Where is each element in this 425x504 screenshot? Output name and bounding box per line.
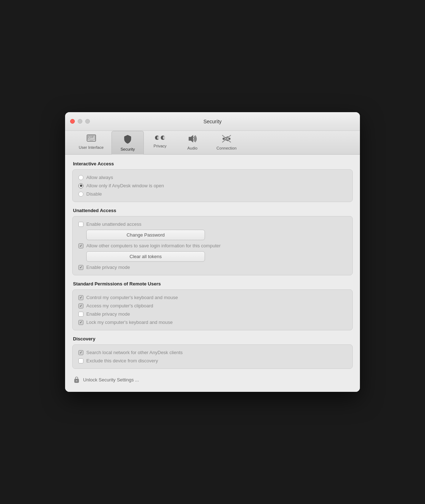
security-icon xyxy=(124,135,132,146)
checkbox-enable-unattended-label: Enable unattended access xyxy=(86,221,141,227)
tab-audio-label: Audio xyxy=(187,146,197,150)
unattended-access-section: Enable unattended access Change Password… xyxy=(72,216,353,275)
checkbox-exclude-discovery-label: Exclude this device from discovery xyxy=(86,358,158,363)
main-window: Security User Interface xyxy=(65,112,360,392)
checkbox-exclude-discovery-input[interactable] xyxy=(78,358,83,363)
checkbox-enable-privacy[interactable]: ✓ Enable privacy mode xyxy=(78,265,347,270)
svg-marker-11 xyxy=(189,135,193,142)
tab-security[interactable]: Security xyxy=(111,131,144,155)
clear-tokens-button[interactable]: Clear all tokens xyxy=(86,251,205,262)
unlock-label: Unlock Security Settings ... xyxy=(83,377,139,382)
checkbox-allow-save-login[interactable]: ✓ Allow other computers to save login in… xyxy=(78,243,347,248)
discovery-section: ✓ Search local network for other AnyDesk… xyxy=(72,344,353,369)
interactive-access-title: Interactive Access xyxy=(73,161,353,166)
checkbox-enable-unattended[interactable]: Enable unattended access xyxy=(78,221,347,227)
svg-rect-2 xyxy=(90,141,93,141)
radio-allow-if-open[interactable]: Allow only if AnyDesk window is open xyxy=(78,183,347,188)
toolbar: User Interface Security Privacy xyxy=(65,131,360,155)
svg-point-19 xyxy=(76,380,77,381)
connection-icon xyxy=(221,134,232,145)
checkbox-enable-privacy-mode[interactable]: Enable privacy mode xyxy=(78,311,347,317)
audio-icon xyxy=(187,134,197,145)
standard-permissions-title: Standard Permissions of Remote Users xyxy=(73,281,353,287)
lock-icon xyxy=(73,376,80,383)
window-controls xyxy=(70,119,90,124)
tab-privacy[interactable]: Privacy xyxy=(144,131,176,154)
checkbox-enable-privacy-mode-label: Enable privacy mode xyxy=(86,311,130,317)
checkbox-lock-keyboard-mouse[interactable]: ✓ Lock my computer's keyboard and mouse xyxy=(78,320,347,325)
radio-allow-always-label: Allow always xyxy=(86,175,113,180)
svg-rect-10 xyxy=(163,136,165,139)
tab-security-label: Security xyxy=(120,147,135,151)
checkbox-enable-privacy-label: Enable privacy mode xyxy=(86,265,130,270)
standard-permissions-section: ✓ Control my computer's keyboard and mou… xyxy=(72,289,353,330)
close-button[interactable] xyxy=(70,119,75,124)
checkbox-enable-unattended-input[interactable] xyxy=(78,222,83,227)
radio-disable-label: Disable xyxy=(86,191,102,197)
change-password-button[interactable]: Change Password xyxy=(86,230,205,240)
checkbox-allow-save-login-label: Allow other computers to save login info… xyxy=(86,243,221,248)
checkbox-exclude-discovery[interactable]: Exclude this device from discovery xyxy=(78,358,347,363)
tab-user-interface-label: User Interface xyxy=(79,145,104,150)
radio-allow-always-input[interactable] xyxy=(78,175,83,180)
minimize-button[interactable] xyxy=(78,119,82,124)
svg-point-12 xyxy=(223,138,225,140)
checkbox-enable-privacy-input[interactable]: ✓ xyxy=(78,265,83,270)
svg-point-13 xyxy=(228,138,230,140)
checkbox-access-clipboard-input[interactable]: ✓ xyxy=(78,303,83,308)
radio-disable-input[interactable] xyxy=(78,192,83,197)
tab-user-interface[interactable]: User Interface xyxy=(71,131,111,154)
tab-audio[interactable]: Audio xyxy=(176,131,209,154)
window-title: Security xyxy=(204,119,222,124)
checkbox-control-keyboard-mouse-input[interactable]: ✓ xyxy=(78,295,83,300)
discovery-title: Discovery xyxy=(73,336,353,342)
checkbox-search-local-input[interactable]: ✓ xyxy=(78,350,83,355)
checkbox-search-local[interactable]: ✓ Search local network for other AnyDesk… xyxy=(78,350,347,355)
checkbox-access-clipboard-label: Access my computer's clipboard xyxy=(86,303,153,308)
privacy-icon xyxy=(154,134,166,142)
tab-privacy-label: Privacy xyxy=(154,144,166,148)
radio-allow-if-open-input[interactable] xyxy=(78,183,83,188)
checkbox-lock-keyboard-mouse-label: Lock my computer's keyboard and mouse xyxy=(86,320,173,325)
user-interface-icon xyxy=(87,134,96,144)
maximize-button[interactable] xyxy=(85,119,90,124)
titlebar: Security xyxy=(65,112,360,131)
tab-connection[interactable]: Connection xyxy=(209,131,245,154)
unlock-row[interactable]: Unlock Security Settings ... xyxy=(72,375,353,385)
checkbox-lock-keyboard-mouse-input[interactable]: ✓ xyxy=(78,320,83,325)
tab-connection-label: Connection xyxy=(216,146,237,150)
interactive-access-section: Allow always Allow only if AnyDesk windo… xyxy=(72,169,353,202)
checkbox-allow-save-login-input[interactable]: ✓ xyxy=(78,243,83,248)
radio-allow-always[interactable]: Allow always xyxy=(78,175,347,180)
svg-rect-9 xyxy=(157,136,159,139)
checkbox-search-local-label: Search local network for other AnyDesk c… xyxy=(86,350,183,355)
checkbox-control-keyboard-mouse[interactable]: ✓ Control my computer's keyboard and mou… xyxy=(78,295,347,300)
checkbox-control-keyboard-mouse-label: Control my computer's keyboard and mouse xyxy=(86,295,178,300)
radio-disable[interactable]: Disable xyxy=(78,191,347,197)
unattended-access-title: Unattended Access xyxy=(73,208,353,213)
checkbox-enable-privacy-mode-input[interactable] xyxy=(78,312,83,317)
content-area: Interactive Access Allow always Allow on… xyxy=(65,155,360,392)
checkbox-access-clipboard[interactable]: ✓ Access my computer's clipboard xyxy=(78,303,347,308)
radio-allow-if-open-label: Allow only if AnyDesk window is open xyxy=(86,183,164,188)
